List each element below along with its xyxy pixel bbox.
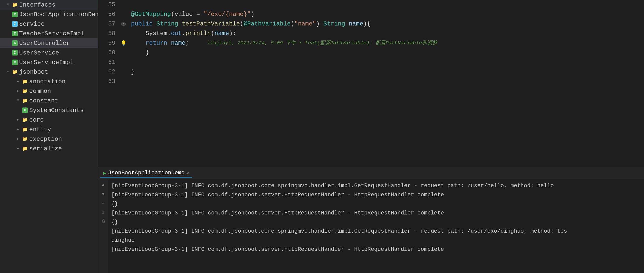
scroll-up-button[interactable]: ▲ [100, 181, 107, 188]
sidebar-item-label: constant [29, 97, 58, 104]
sidebar-item-label: UserService [19, 49, 59, 56]
console-line: {} [111, 218, 641, 227]
sidebar-item-label: exception [29, 136, 62, 143]
console-line: [nioEventLoopGroup-3-1] INFO com.df.json… [111, 245, 641, 254]
sidebar-item-serialize[interactable]: ▶ 📁 serialize [0, 144, 98, 153]
folder-icon: 📁 [22, 127, 28, 132]
chevron-icon: ▼ [7, 70, 11, 74]
print-button[interactable]: ⎙ [100, 218, 107, 225]
folder-icon: 📁 [22, 117, 28, 123]
interface-icon: I [12, 21, 18, 27]
folder-icon: 📁 [22, 79, 28, 84]
code-view[interactable]: 55 56 57 58 59 60 61 62 63 [98, 0, 644, 167]
chevron-icon: ▼ [17, 99, 21, 103]
code-line-60: } [131, 48, 644, 58]
sidebar-item-label: Interfaces [19, 2, 55, 8]
sidebar-item-annotation[interactable]: ▶ 📁 annotation [0, 77, 98, 86]
code-line-61 [131, 58, 644, 67]
sidebar: ▼ 📁 Interfaces C JsonBootApplicationDemo… [0, 0, 98, 273]
folder-icon: 📁 [22, 146, 28, 151]
code-line-55 [131, 0, 644, 10]
main-area: ▼ 📁 Interfaces C JsonBootApplicationDemo… [0, 0, 644, 273]
sidebar-item-label: TeacherServiceImpl [19, 30, 84, 37]
sidebar-item-teacherServiceImpl[interactable]: C TeacherServiceImpl [0, 29, 98, 38]
console-line: [nioEventLoopGroup-3-1] INFO com.df.json… [111, 190, 641, 200]
class-icon: C [12, 40, 18, 46]
sidebar-item-label: jsonboot [19, 69, 48, 75]
folder-icon: 📁 [22, 136, 28, 142]
code-line-57: public String testPathVariable(@PathVari… [131, 19, 644, 29]
sidebar-item-label: serialize [29, 145, 62, 152]
sidebar-item-jsonboot[interactable]: ▼ 📁 jsonboot [0, 67, 98, 77]
scroll-down-button[interactable]: ▼ [100, 190, 107, 198]
chevron-icon: ▶ [17, 147, 21, 151]
code-line-59: return name; linjiayi, 2021/3/24, 5:09 下… [131, 38, 644, 48]
side-buttons: ▲ ▼ ≡ ⊟ ⎙ [98, 179, 108, 273]
sidebar-item-systemConstants[interactable]: C SystemConstants [0, 105, 98, 115]
chevron-icon: ▶ [17, 127, 21, 131]
gutter: 💡 [118, 0, 128, 167]
sidebar-item-jsonBootApplicationDemo[interactable]: C JsonBootApplicationDemo [0, 10, 98, 19]
sidebar-item-interfaces[interactable]: ▼ 📁 Interfaces [0, 0, 98, 10]
editor-area: 55 56 57 58 59 60 61 62 63 [98, 0, 644, 273]
chevron-icon: ▶ [17, 137, 21, 141]
tab-label: JsonBootApplicationDemo [108, 170, 185, 176]
sidebar-item-core[interactable]: ▶ 📁 core [0, 115, 98, 125]
sidebar-item-userServiceImpl[interactable]: C UserServiceImpl [0, 58, 98, 67]
console-line: [nioEventLoopGroup-3-1] INFO com.df.json… [111, 227, 641, 236]
console-line: [nioEventLoopGroup-3-1] INFO com.df.json… [111, 181, 641, 190]
sidebar-item-userController[interactable]: C UserController [0, 38, 98, 48]
filter-button[interactable]: ⊟ [100, 209, 107, 216]
sidebar-item-label: entity [29, 126, 51, 133]
sidebar-item-label: Service [19, 21, 45, 28]
chevron-icon: ▶ [17, 118, 21, 122]
sidebar-item-label: common [29, 88, 51, 95]
console-line: qinghuo [111, 236, 641, 245]
class-icon: C [22, 107, 28, 113]
code-line-56: @GetMapping(value = "/exo/{name}") [131, 10, 644, 19]
sidebar-item-service[interactable]: I Service [0, 19, 98, 29]
sidebar-item-constant[interactable]: ▼ 📁 constant [0, 96, 98, 105]
class-icon: C [12, 31, 18, 36]
class-icon: C [12, 50, 18, 56]
sidebar-item-label: JsonBootApplicationDemo [19, 11, 98, 18]
sidebar-item-label: core [29, 117, 44, 123]
wrap-button[interactable]: ≡ [100, 200, 107, 207]
sidebar-item-exception[interactable]: ▶ 📁 exception [0, 134, 98, 144]
folder-icon: 📁 [22, 88, 28, 94]
class-icon: C [12, 12, 18, 17]
line-numbers: 55 56 57 58 59 60 61 62 63 [98, 0, 118, 167]
bottom-panel: ▶ JsonBootApplicationDemo ✕ ▲ ▼ ≡ ⊟ ⎙ [n… [98, 167, 644, 273]
code-line-58: System.out.println(name); [131, 29, 644, 38]
code-line-62: } [131, 67, 644, 77]
console-area: ▲ ▼ ≡ ⊟ ⎙ [nioEventLoopGroup-3-1] INFO c… [98, 179, 644, 273]
console-output[interactable]: [nioEventLoopGroup-3-1] INFO com.df.json… [108, 179, 644, 273]
class-icon: C [12, 60, 18, 65]
sidebar-item-label: UserController [19, 40, 70, 47]
bottom-tabs: ▶ JsonBootApplicationDemo ✕ [98, 167, 644, 179]
chevron-icon: ▶ [17, 89, 21, 93]
sidebar-item-entity[interactable]: ▶ 📁 entity [0, 125, 98, 134]
console-line: {} [111, 200, 641, 209]
chevron-icon: ▶ [17, 79, 21, 84]
sidebar-item-label: UserServiceImpl [19, 59, 74, 66]
close-tab-button[interactable]: ✕ [187, 171, 189, 176]
tab-run[interactable]: ▶ JsonBootApplicationDemo ✕ [100, 169, 192, 178]
folder-icon: 📁 [12, 2, 18, 8]
code-content[interactable]: @GetMapping(value = "/exo/{name}") publi… [128, 0, 644, 167]
code-line-63 [131, 77, 644, 86]
folder-icon: 📁 [12, 69, 18, 75]
sidebar-item-common[interactable]: ▶ 📁 common [0, 86, 98, 96]
svg-point-2 [123, 25, 124, 25]
console-line: [nioEventLoopGroup-3-1] INFO com.df.json… [111, 209, 641, 218]
sidebar-item-label: SystemConstants [29, 107, 84, 114]
sidebar-item-label: annotation [29, 78, 66, 85]
sidebar-item-userService[interactable]: C UserService [0, 48, 98, 58]
chevron-icon: ▼ [7, 3, 11, 7]
folder-icon: 📁 [22, 98, 28, 103]
